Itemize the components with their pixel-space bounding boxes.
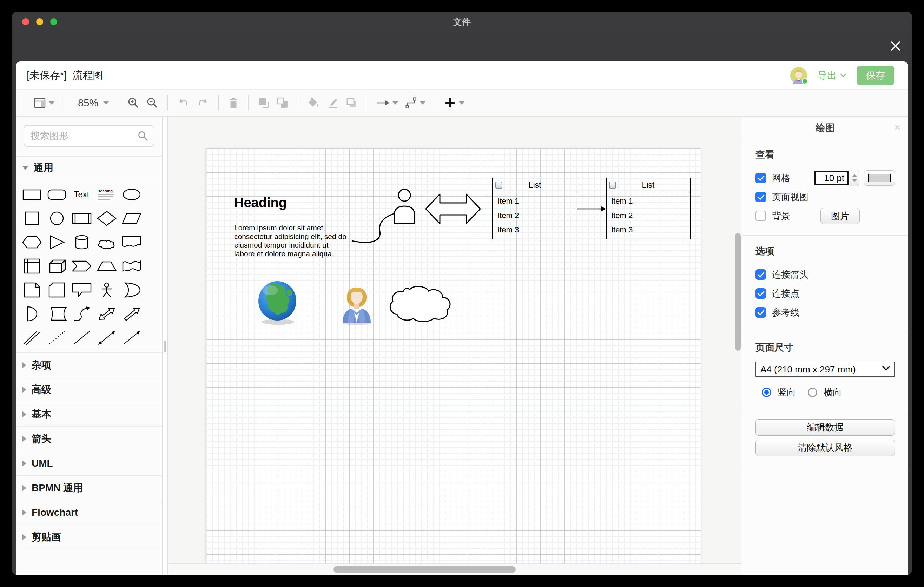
shape-curve[interactable] (69, 302, 94, 326)
sidebar-section-clipart[interactable]: 剪贴画 (16, 525, 162, 549)
sidebar-section-uml[interactable]: UML (16, 451, 162, 476)
fill-color-button[interactable] (304, 94, 323, 112)
sidebar-section-flowchart[interactable]: Flowchart (16, 500, 162, 525)
shape-rectangle[interactable] (19, 183, 44, 206)
background-checkbox[interactable] (756, 211, 766, 221)
shape-dashed-line[interactable] (44, 326, 69, 350)
shape-bidirectional-connector[interactable] (94, 326, 119, 350)
to-front-button[interactable] (254, 94, 273, 112)
zoom-in-button[interactable] (124, 94, 143, 112)
canvas-double-arrow-shape[interactable] (425, 187, 481, 231)
shape-or[interactable] (119, 278, 144, 302)
portrait-radio[interactable] (762, 387, 771, 397)
canvas-actor-shape[interactable] (393, 188, 416, 225)
list-item[interactable]: Item 1 (611, 196, 690, 206)
shadow-button[interactable] (342, 94, 361, 112)
list-item[interactable]: Item 3 (611, 225, 690, 234)
export-button[interactable]: 导出 (818, 69, 846, 82)
shape-trapezoid[interactable] (94, 254, 119, 278)
collapse-icon[interactable] (495, 181, 502, 188)
shape-cube[interactable] (44, 254, 69, 278)
landscape-radio[interactable] (808, 387, 817, 397)
canvas-vertical-scrollbar[interactable] (735, 233, 741, 351)
page-view-checkbox[interactable] (756, 192, 766, 202)
list-item[interactable]: Item 2 (611, 211, 690, 220)
grid-size-input[interactable] (815, 171, 848, 185)
shape-directional-connector[interactable] (119, 326, 144, 350)
shape-line[interactable] (69, 326, 94, 350)
shape-step[interactable] (69, 254, 94, 278)
shape-note[interactable] (19, 278, 44, 302)
drawing-canvas[interactable]: Heading Lorem ipsum dolor sit amet, cons… (168, 117, 742, 575)
shape-document[interactable] (119, 230, 144, 254)
sidebar-section-arrows[interactable]: 箭头 (16, 427, 162, 451)
insert-button[interactable] (441, 94, 468, 112)
connection-arrows-checkbox[interactable] (756, 269, 766, 280)
shape-rounded-rectangle[interactable] (44, 183, 69, 206)
shape-triangle[interactable] (44, 230, 69, 254)
panel-close-icon[interactable]: × (894, 122, 901, 134)
shape-internal-storage[interactable] (19, 254, 44, 278)
search-input[interactable] (23, 125, 155, 147)
canvas-cloud-shape[interactable] (386, 275, 452, 323)
sidebar-splitter[interactable] (163, 117, 168, 575)
canvas-woman-clipart[interactable] (340, 283, 373, 325)
canvas-list-shape[interactable]: List Item 1 Item 2 Item 3 (492, 178, 578, 239)
view-layout-button[interactable] (30, 94, 58, 112)
line-color-button[interactable] (323, 94, 342, 112)
shape-parallelogram[interactable] (119, 206, 144, 230)
canvas-paragraph-text[interactable]: Lorem ipsum dolor sit amet, consectetur … (234, 224, 348, 258)
sidebar-section-bpmn[interactable]: BPMN 通用 (16, 476, 162, 500)
list-item[interactable]: Item 2 (497, 211, 577, 220)
clear-default-style-button[interactable]: 清除默认风格 (756, 440, 895, 456)
shape-tape[interactable] (119, 254, 144, 278)
zoom-out-button[interactable] (143, 94, 162, 112)
canvas-connector-arrow[interactable] (578, 205, 606, 213)
waypoint-style-button[interactable] (402, 94, 429, 112)
shape-callout[interactable] (69, 278, 94, 302)
edit-data-button[interactable]: 编辑数据 (756, 419, 895, 436)
guides-checkbox[interactable] (756, 307, 766, 318)
list-header[interactable]: List (607, 178, 690, 192)
canvas-horizontal-scrollbar[interactable] (333, 566, 516, 572)
sidebar-section-misc[interactable]: 杂项 (16, 353, 162, 378)
shape-textbox[interactable]: Heading (94, 183, 119, 206)
redo-button[interactable] (193, 94, 213, 112)
list-header[interactable]: List (493, 178, 577, 192)
canvas-curve-arrow[interactable] (351, 201, 431, 246)
collapse-icon[interactable] (609, 181, 616, 188)
stepper-down-icon[interactable] (852, 179, 857, 182)
shape-data-storage[interactable] (44, 302, 69, 326)
close-icon[interactable] (889, 39, 903, 53)
shape-hexagon[interactable] (19, 230, 44, 254)
sidebar-section-advanced[interactable]: 高级 (16, 378, 162, 402)
canvas-list-shape[interactable]: List Item 1 Item 2 Item 3 (606, 178, 691, 239)
grid-checkbox[interactable] (756, 173, 766, 183)
shape-and[interactable] (19, 302, 44, 326)
zoom-level-dropdown[interactable]: 85% (69, 94, 112, 112)
stepper-up-icon[interactable] (852, 174, 857, 177)
shape-bidirectional-arrow[interactable] (94, 302, 119, 326)
connection-points-checkbox[interactable] (756, 288, 766, 299)
shape-directional-arrow[interactable] (119, 302, 144, 326)
canvas-heading-text[interactable]: Heading (234, 195, 287, 210)
shape-circle[interactable] (44, 206, 69, 230)
list-item[interactable]: Item 1 (497, 196, 577, 206)
shape-process[interactable] (69, 206, 94, 230)
grid-color-swatch[interactable] (864, 170, 895, 186)
sidebar-section-basic[interactable]: 基本 (16, 402, 162, 427)
undo-button[interactable] (173, 94, 193, 112)
to-back-button[interactable] (273, 94, 292, 112)
sidebar-section-general[interactable]: 通用 (16, 157, 162, 179)
delete-button[interactable] (224, 94, 243, 112)
canvas-globe-clipart[interactable] (257, 280, 299, 325)
shape-square[interactable] (19, 206, 44, 230)
shape-actor[interactable] (94, 278, 119, 302)
connection-style-button[interactable] (373, 94, 402, 112)
canvas-scrollbar-track[interactable] (168, 564, 742, 575)
page-size-select[interactable]: A4 (210 mm x 297 mm) (756, 362, 895, 377)
shape-card[interactable] (44, 278, 69, 302)
grid-size-stepper[interactable] (850, 170, 859, 186)
shape-ellipse[interactable] (119, 183, 144, 206)
shape-diamond[interactable] (94, 206, 119, 230)
